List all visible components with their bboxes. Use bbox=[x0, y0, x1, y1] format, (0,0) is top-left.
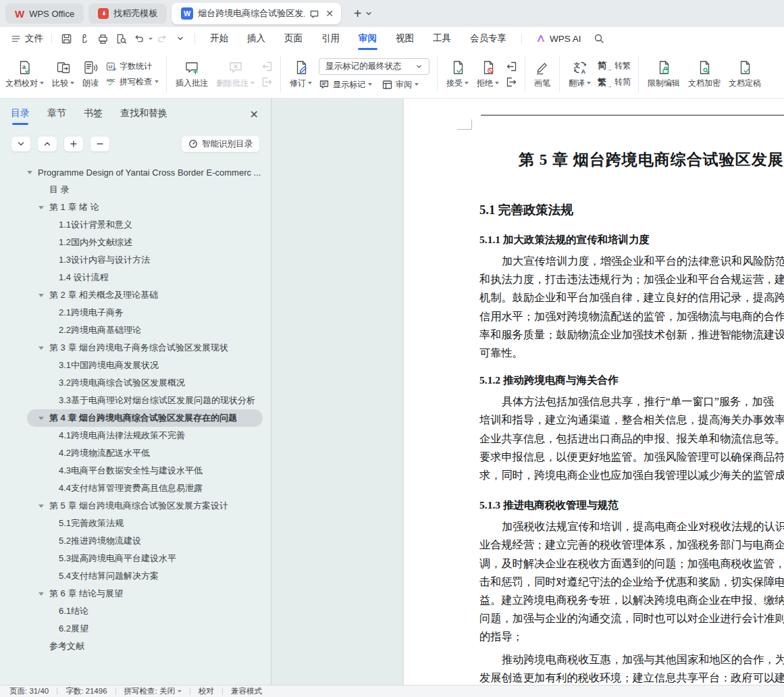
tab-chapters[interactable]: 章节 bbox=[47, 107, 66, 122]
finalize-document-button[interactable]: 文档定稿 bbox=[725, 57, 765, 91]
restrict-editing-button[interactable]: 限制编辑 bbox=[644, 57, 684, 91]
toc-item[interactable]: 5.4支付结算问题解决方案 bbox=[0, 567, 271, 585]
toc-item[interactable]: 3.2跨境电商综合试验区发展概况 bbox=[0, 374, 271, 392]
menu-item-tools[interactable]: 工具 bbox=[423, 27, 461, 50]
toc-item[interactable]: 4.2跨境物流配送水平低 bbox=[0, 444, 271, 462]
tab-docer-templates[interactable]: 找稻壳模板 bbox=[88, 3, 167, 24]
expand-all-button[interactable] bbox=[37, 136, 57, 152]
tab-wps-office[interactable]: W WPS Office bbox=[5, 3, 84, 24]
toc-item[interactable]: 5.2推进跨境物流建设 bbox=[0, 532, 271, 550]
toc-item[interactable]: 1.3设计内容与设计方法 bbox=[0, 251, 271, 269]
menu-item-view[interactable]: 视图 bbox=[386, 27, 423, 50]
close-sidebar-icon[interactable]: ✕ bbox=[250, 109, 259, 120]
search-button[interactable] bbox=[591, 30, 608, 47]
collapse-arrow-icon[interactable] bbox=[27, 171, 32, 174]
next-change-button[interactable] bbox=[506, 76, 517, 88]
menu-item-page[interactable]: 页面 bbox=[275, 27, 312, 50]
toc-item[interactable]: 2.2跨境电商基础理论 bbox=[0, 321, 271, 339]
toc-item[interactable]: 第 1 章 绪 论 bbox=[0, 199, 271, 216]
track-changes-button[interactable]: 修订 bbox=[286, 57, 316, 91]
spellcheck-status[interactable]: 拼写检查: 关闭 bbox=[124, 686, 182, 696]
new-tab-button[interactable]: + bbox=[354, 7, 362, 20]
insert-comment-button[interactable]: 插入批注 bbox=[172, 57, 212, 91]
toc-item[interactable]: 5.3提高跨境电商平台建设水平 bbox=[0, 550, 271, 567]
zoom-in-button[interactable] bbox=[63, 136, 84, 152]
toc-item[interactable]: 1.1设计背景和意义 bbox=[0, 216, 271, 234]
toc-item[interactable]: 目 录 bbox=[0, 181, 271, 199]
previous-change-button[interactable] bbox=[506, 61, 517, 72]
simplified-to-traditional-button[interactable]: 简→ 转繁 bbox=[598, 59, 631, 72]
doc-proofing-button[interactable]: a 文档校对 bbox=[1, 57, 48, 91]
next-comment-button[interactable] bbox=[261, 76, 273, 88]
collapse-arrow-icon[interactable] bbox=[38, 294, 44, 297]
toc-item[interactable]: 第 2 章 相关概念及理论基础 bbox=[0, 286, 271, 304]
toc-item[interactable]: 4.3电商平台数据安全性与建设水平低 bbox=[0, 462, 271, 480]
read-aloud-button[interactable]: 朗读 bbox=[78, 57, 103, 91]
traditional-to-simplified-button[interactable]: 繁→ 转简 bbox=[598, 76, 631, 89]
translate-button[interactable]: 文A 翻译 bbox=[565, 57, 595, 91]
word-count-indicator[interactable]: 字数: 21496 bbox=[66, 686, 107, 696]
toc-item[interactable]: 第 6 章 结论与展望 bbox=[0, 585, 271, 602]
tab-bookmarks[interactable]: 书签 bbox=[84, 107, 103, 122]
toc-item[interactable]: 4.4支付结算管理资费高且信息易泄露 bbox=[0, 480, 271, 497]
toc-item[interactable]: 1.2国内外文献综述 bbox=[0, 234, 271, 251]
print-button[interactable] bbox=[95, 30, 111, 47]
compatibility-mode-badge[interactable]: 兼容模式 bbox=[231, 686, 262, 696]
save-button[interactable] bbox=[58, 30, 75, 47]
collapse-all-button[interactable] bbox=[11, 136, 31, 152]
tab-document[interactable]: W 烟台跨境电商综合试验区发展 ✕ bbox=[172, 3, 341, 24]
ink-brush-button[interactable]: 画笔 bbox=[530, 57, 554, 91]
menu-item-insert[interactable]: 插入 bbox=[238, 27, 275, 50]
toc-item[interactable]: 2.1跨境电子商务 bbox=[0, 304, 271, 321]
toc-item[interactable]: 6.2展望 bbox=[0, 620, 271, 638]
zoom-out-button[interactable] bbox=[90, 136, 110, 152]
collapse-arrow-icon[interactable] bbox=[38, 505, 44, 508]
accept-change-button[interactable]: 接受 bbox=[442, 57, 473, 91]
toc-item[interactable]: Programme Design of Yantai Cross Border … bbox=[0, 163, 271, 181]
toc-item[interactable]: 3.1中国跨境电商发展状况 bbox=[0, 357, 271, 374]
redo-button[interactable] bbox=[153, 30, 170, 47]
toc-item[interactable]: 第 3 章 烟台跨境电子商务综合试验区发展现状 bbox=[0, 339, 271, 357]
toc-item[interactable]: 5.1完善政策法规 bbox=[0, 515, 271, 532]
wps-ai-button[interactable]: WPS AI bbox=[535, 33, 581, 44]
reject-change-button[interactable]: 拒绝 bbox=[473, 57, 503, 91]
compare-button[interactable]: 比较 bbox=[48, 57, 78, 91]
tab-find-replace[interactable]: 查找和替换 bbox=[120, 107, 167, 122]
smart-recognize-toc-button[interactable]: 智能识别目录 bbox=[181, 135, 260, 153]
menu-item-home[interactable]: 开始 bbox=[201, 27, 238, 50]
page-indicator[interactable]: 页面: 31/40 bbox=[9, 686, 49, 696]
toc-item[interactable]: 第 5 章 烟台跨境电商综合试验区发展方案设计 bbox=[0, 497, 271, 515]
cloud-doc-icon[interactable] bbox=[309, 9, 319, 19]
toc-item[interactable]: 参考文献 bbox=[0, 638, 271, 655]
collapse-arrow-icon[interactable] bbox=[38, 346, 44, 350]
collapse-arrow-icon[interactable] bbox=[38, 417, 44, 420]
toc-item[interactable]: 4.1跨境电商法律法规政策不完善 bbox=[0, 427, 271, 444]
spell-check-button[interactable]: ABC 拼写检查 bbox=[105, 76, 159, 88]
undo-button[interactable] bbox=[131, 30, 148, 47]
toc-item[interactable]: 6.1结论 bbox=[0, 602, 271, 620]
show-markup-button[interactable]: 显示标记 bbox=[319, 79, 372, 91]
toc-item-selected[interactable]: 第 4 章 烟台跨境电商综合试验区发展存在的问题 bbox=[27, 409, 263, 427]
menu-item-member[interactable]: 会员专享 bbox=[461, 27, 516, 50]
menu-item-review[interactable]: 审阅 bbox=[349, 27, 386, 50]
undo-dropdown-caret-icon[interactable] bbox=[149, 38, 153, 40]
quickbar-more-button[interactable] bbox=[172, 30, 188, 47]
word-count-button[interactable]: 12 字数统计 bbox=[105, 61, 159, 72]
collapse-arrow-icon[interactable] bbox=[38, 592, 44, 596]
previous-comment-button[interactable] bbox=[261, 61, 273, 72]
proofing-status[interactable]: 校对 bbox=[199, 686, 214, 696]
review-pane-button[interactable]: 审阅 bbox=[382, 79, 419, 91]
collapse-arrow-icon[interactable] bbox=[38, 206, 44, 209]
encrypt-document-button[interactable]: 文档加密 bbox=[684, 57, 725, 91]
toc-item[interactable]: 3.3基于电商理论对烟台综试区发展问题的现状分析 bbox=[0, 392, 271, 409]
document-page[interactable]: 第 5 章 烟台跨境电商综合试验区发展方案 5.1 完善政策法规 5.1.1 加… bbox=[404, 99, 784, 685]
delete-comment-button[interactable]: 删除批注 bbox=[212, 57, 259, 91]
print-preview-button[interactable] bbox=[113, 30, 130, 47]
markup-state-select[interactable]: 显示标记的最终状态 bbox=[319, 58, 429, 75]
tab-contents[interactable]: 目录 bbox=[11, 107, 30, 122]
tab-list-chevron-icon[interactable] bbox=[365, 9, 373, 18]
close-tab-icon[interactable]: ✕ bbox=[324, 8, 335, 19]
file-menu-button[interactable]: 文件 bbox=[8, 32, 46, 45]
menu-item-reference[interactable]: 引用 bbox=[312, 27, 349, 50]
export-pdf-button[interactable] bbox=[76, 30, 93, 47]
